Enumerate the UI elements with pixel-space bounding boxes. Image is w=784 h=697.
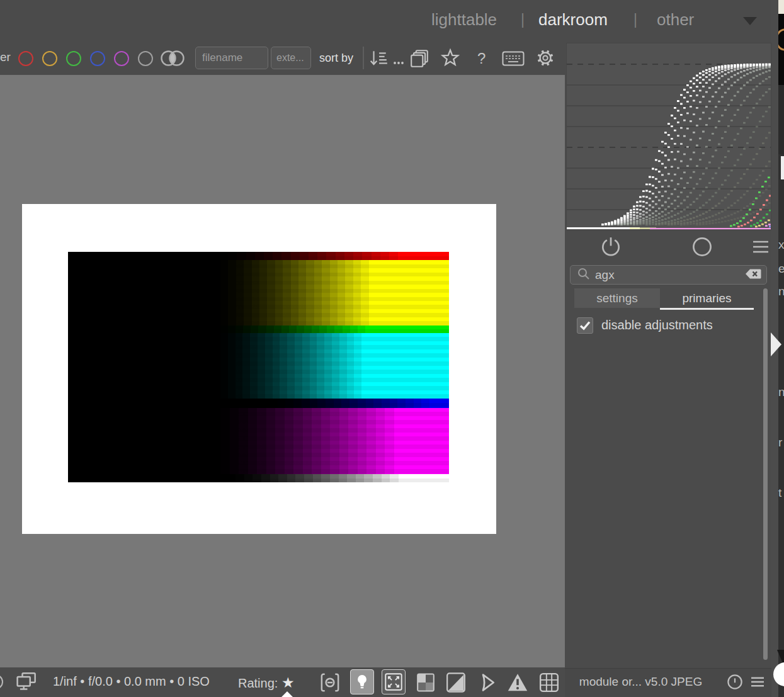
- warning-icon[interactable]: [506, 671, 529, 696]
- cut-circle-icon: [0, 671, 9, 695]
- softproof-icon[interactable]: [445, 671, 467, 696]
- iso12646-icon[interactable]: [319, 671, 341, 696]
- sort-order-icon[interactable]: [368, 48, 389, 71]
- tab-darkroom[interactable]: darkroom: [538, 10, 608, 30]
- guides-icon[interactable]: [476, 671, 499, 696]
- edge-text-fragment: n: [778, 385, 784, 399]
- panel-header-icons: [567, 235, 767, 259]
- color-label-dual-icon[interactable]: [161, 50, 185, 66]
- tab-separator: |: [633, 11, 637, 28]
- tab-primaries-underline: [660, 308, 754, 310]
- color-label-filter-1[interactable]: [42, 51, 57, 66]
- toolbar-separator: [363, 47, 364, 69]
- display-profile-icon[interactable]: [14, 671, 38, 696]
- chart-row-green-strip: [68, 326, 449, 333]
- edge-white-fragment: [778, 0, 784, 14]
- color-label-filter-3[interactable]: [90, 51, 105, 66]
- color-label-filter-2[interactable]: [66, 51, 81, 66]
- tab-settings[interactable]: settings: [574, 288, 660, 308]
- sort-by-label: sort by: [319, 52, 353, 65]
- checkbox-checked[interactable]: [577, 317, 593, 334]
- shortcuts-keyboard-icon[interactable]: [502, 51, 525, 69]
- darktable-window: lighttable | darkroom | other er sort by: [0, 0, 784, 697]
- more-options-icon[interactable]: [393, 57, 404, 68]
- module-row-disable-adjustments[interactable]: disable adjustments: [577, 317, 766, 334]
- rating-display[interactable]: Rating: ★: [238, 674, 295, 691]
- chart-row-gray-strip: [68, 474, 449, 482]
- histogram-scope[interactable]: [567, 43, 771, 230]
- overlays-star-icon[interactable]: [440, 47, 461, 71]
- tab-primaries[interactable]: primaries: [660, 288, 754, 308]
- edge-black-fragment: [778, 14, 784, 85]
- color-label-filter-5[interactable]: [138, 51, 153, 66]
- edge-text-fragment: x: [778, 238, 784, 252]
- tab-other[interactable]: other: [657, 10, 694, 30]
- overexposed-bulb-button[interactable]: [350, 669, 374, 694]
- filmstrip-expand-arrow[interactable]: [281, 691, 293, 697]
- edge-text-fragment: t: [778, 486, 781, 500]
- search-icon: [577, 267, 591, 283]
- chart-row-magenta-band: [68, 408, 449, 474]
- color-test-chart: [68, 252, 449, 482]
- preferences-gear-icon[interactable]: [536, 48, 555, 70]
- clear-search-icon[interactable]: [744, 266, 763, 284]
- chart-row-yellow-band: [68, 260, 449, 326]
- grouping-icon[interactable]: [409, 48, 429, 71]
- edge-white-bar-fragment: [781, 156, 784, 179]
- info-icon[interactable]: [725, 672, 744, 694]
- grid-overlay-icon[interactable]: [538, 671, 560, 696]
- tab-separator: |: [521, 11, 525, 28]
- star-icon: ★: [281, 674, 295, 691]
- presets-menu-icon[interactable]: [751, 235, 771, 261]
- chart-row-red-strip: [68, 252, 449, 260]
- help-icon[interactable]: ?: [477, 50, 486, 67]
- color-assessment-circle-icon[interactable]: [690, 235, 714, 261]
- power-icon[interactable]: [599, 235, 623, 261]
- fit-zoom-button[interactable]: [382, 669, 406, 694]
- search-input[interactable]: [595, 268, 744, 282]
- filename-filter-input[interactable]: [195, 47, 268, 69]
- top-toolbar: er sort by: [0, 40, 565, 75]
- views-dropdown-icon[interactable]: [743, 17, 757, 25]
- edge-text-fragment: e: [778, 262, 784, 276]
- module-label: disable adjustments: [601, 318, 713, 332]
- extension-filter-input[interactable]: [271, 47, 311, 69]
- panel-collapse-arrow[interactable]: [771, 332, 781, 356]
- tab-lighttable[interactable]: lighttable: [431, 10, 497, 30]
- module-search-box[interactable]: [570, 265, 767, 285]
- panel-scrollbar[interactable]: [763, 288, 768, 660]
- edge-text-fragment: n: [778, 285, 784, 298]
- filter-label-fragment: er: [0, 50, 11, 64]
- gamut-check-icon[interactable]: [414, 671, 437, 696]
- color-label-filter-4[interactable]: [114, 51, 129, 66]
- exif-info: 1/inf • f/0.0 • 0.0 mm • 0 ISO: [53, 674, 210, 689]
- module-order-label[interactable]: module or... v5.0 JPEG: [570, 675, 712, 689]
- color-label-filter-0[interactable]: [18, 51, 33, 66]
- edge-dark-fragment: [778, 85, 784, 154]
- chart-row-cyan-band: [68, 333, 449, 399]
- chart-row-blue-strip: [68, 399, 449, 408]
- edge-text-fragment: r: [778, 436, 782, 450]
- bottom-menu-icon[interactable]: [748, 672, 767, 694]
